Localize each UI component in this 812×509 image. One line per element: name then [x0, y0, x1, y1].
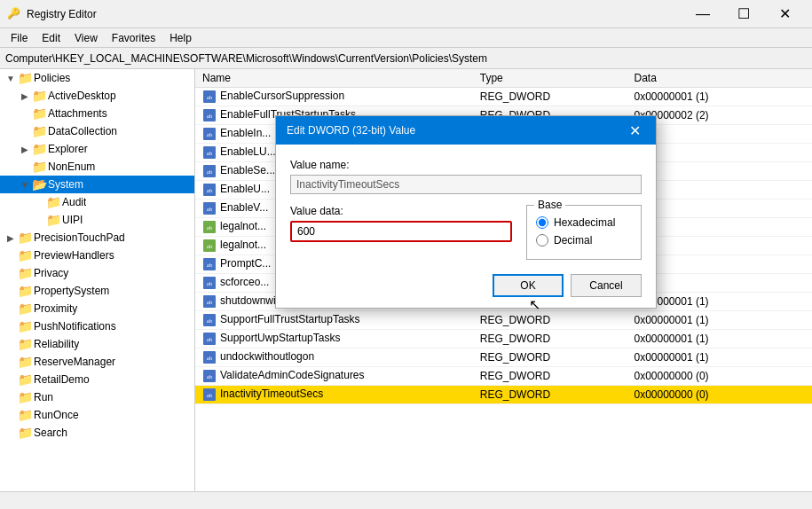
reg-type: REG_DWORD [473, 386, 627, 404]
folder-icon-reliability: 📁 [18, 337, 34, 351]
dword-icon: ab [202, 108, 217, 122]
decimal-label: Decimal [554, 234, 592, 247]
svg-text:ab: ab [207, 131, 213, 138]
dword-icon: ab [202, 294, 217, 309]
tree-item-activedesktop[interactable]: ▶ 📁 ActiveDesktop [0, 87, 194, 105]
menu-file[interactable]: File [4, 30, 35, 46]
dword-icon: ab [202, 90, 217, 104]
str-icon: ab [202, 220, 217, 234]
folder-icon-runonce: 📁 [18, 408, 34, 422]
folder-icon-pushnotifications: 📁 [18, 319, 34, 333]
reg-name: SupportUwpStartupTasks [220, 332, 340, 344]
tree-item-system[interactable]: ▼ 📂 System [0, 176, 194, 193]
svg-text:ab: ab [207, 299, 213, 306]
folder-icon-previewhandlers: 📁 [18, 248, 34, 262]
edit-dword-dialog[interactable]: Edit DWORD (32-bit) Value ✕ Value name: … [275, 115, 657, 309]
tree-item-runonce[interactable]: 📁 RunOnce [0, 406, 194, 424]
ok-button[interactable]: OK [493, 274, 564, 297]
menu-edit[interactable]: Edit [35, 30, 67, 46]
expand-explorer[interactable]: ▶ [18, 145, 32, 154]
folder-icon-run: 📁 [18, 390, 34, 404]
reg-name: EnableIn... [220, 127, 271, 139]
table-row[interactable]: abundockwithoutlogonREG_DWORD0x00000001 … [195, 348, 812, 367]
tree-label-proximity: Proximity [34, 302, 77, 315]
menu-help[interactable]: Help [162, 30, 199, 46]
value-data-input[interactable] [290, 221, 512, 242]
expand-system[interactable]: ▼ [18, 180, 32, 190]
tree-item-nonenum[interactable]: 📁 NonEnum [0, 158, 194, 176]
tree-label-explorer: Explorer [48, 143, 88, 155]
dword-icon: ab [202, 332, 217, 346]
tree-item-pushnotifications[interactable]: 📁 PushNotifications [0, 317, 194, 335]
expand-precisiontouchpad[interactable]: ▶ [4, 233, 18, 243]
minimize-button[interactable]: — [682, 0, 723, 28]
hexadecimal-radio[interactable] [536, 216, 548, 229]
col-data: Data [627, 69, 813, 88]
tree-label-attachments: Attachments [48, 107, 107, 120]
cancel-button[interactable]: Cancel [571, 274, 642, 297]
tree-item-reservemanager[interactable]: 📁 ReserveManager [0, 353, 194, 371]
table-row[interactable]: abSupportFullTrustStartupTasksREG_DWORD0… [195, 311, 812, 330]
folder-icon-policies: 📁 [18, 71, 34, 85]
reg-name: EnableSe... [220, 164, 275, 176]
hexadecimal-option[interactable]: Hexadecimal [536, 216, 632, 229]
table-row[interactable]: abValidateAdminCodeSignaturesREG_DWORD0x… [195, 367, 812, 386]
dword-icon: ab [202, 127, 217, 141]
tree-item-reliability[interactable]: 📁 Reliability [0, 335, 194, 353]
folder-icon-attachments: 📁 [32, 106, 48, 121]
tree-item-policies[interactable]: ▼ 📁 Policies [0, 69, 194, 87]
decimal-option[interactable]: Decimal [536, 234, 632, 247]
table-row[interactable]: abEnableCursorSuppressionREG_DWORD0x0000… [195, 88, 812, 106]
tree-label-previewhandlers: PreviewHandlers [34, 249, 114, 262]
folder-icon-uipi: 📁 [46, 213, 62, 227]
window-controls: — ☐ ✕ [682, 0, 805, 28]
tree-label-precisiontouchpad: PrecisionTouchPad [34, 231, 125, 244]
folder-icon-propertysystem: 📁 [18, 284, 34, 298]
tree-item-run[interactable]: 📁 Run [0, 388, 194, 406]
tree-item-search[interactable]: 📁 Search [0, 424, 194, 442]
expand-activedesktop[interactable]: ▶ [18, 91, 32, 101]
reg-name: EnableV... [220, 201, 268, 214]
col-type: Type [473, 69, 627, 88]
reg-name: EnableLU... [220, 145, 276, 158]
dword-icon: ab [202, 313, 217, 327]
svg-text:ab: ab [207, 168, 213, 176]
tree-item-audit[interactable]: 📁 Audit [0, 193, 194, 211]
dword-icon: ab [202, 145, 217, 160]
tree-item-uipi[interactable]: 📁 UIPI [0, 211, 194, 229]
table-row[interactable]: abInactivityTimeoutSecsREG_DWORD0x000000… [195, 386, 812, 404]
tree-item-propertysystem[interactable]: 📁 PropertySystem [0, 282, 194, 300]
reg-name: EnableCursorSuppression [220, 90, 344, 102]
tree-item-datacollection[interactable]: 📁 DataCollection [0, 122, 194, 140]
tree-item-previewhandlers[interactable]: 📁 PreviewHandlers [0, 247, 194, 264]
tree-item-retaildemo[interactable]: 📁 RetailDemo [0, 371, 194, 388]
reg-data: 0x00000001 (1) [627, 311, 813, 330]
reg-data: 0x00000000 (0) [627, 367, 813, 386]
tree-item-explorer[interactable]: ▶ 📁 Explorer [0, 140, 194, 158]
tree-item-precisiontouchpad[interactable]: ▶ 📁 PrecisionTouchPad [0, 229, 194, 247]
menu-view[interactable]: View [67, 30, 105, 46]
reg-type: REG_DWORD [473, 88, 627, 106]
tree-label-reservemanager: ReserveManager [34, 356, 115, 368]
folder-icon-system: 📂 [32, 177, 48, 192]
tree-item-privacy[interactable]: 📁 Privacy [0, 264, 194, 282]
dialog-close-button[interactable]: ✕ [624, 120, 645, 141]
close-button[interactable]: ✕ [764, 0, 805, 28]
tree-label-uipi: UIPI [62, 214, 83, 226]
expand-policies[interactable]: ▼ [4, 74, 18, 83]
table-row[interactable]: abSupportUwpStartupTasksREG_DWORD0x00000… [195, 330, 812, 348]
svg-text:ab: ab [207, 392, 213, 399]
tree-item-attachments[interactable]: 📁 Attachments [0, 105, 194, 122]
menu-favorites[interactable]: Favorites [105, 30, 162, 46]
dialog-body: Value name: Value data: Base Hexadecimal [276, 145, 656, 308]
menu-bar: File Edit View Favorites Help [0, 28, 812, 48]
value-name-input[interactable] [290, 175, 642, 194]
tree-item-proximity[interactable]: 📁 Proximity [0, 300, 194, 317]
str-icon: ab [202, 239, 217, 253]
folder-icon-proximity: 📁 [18, 301, 34, 316]
maximize-button[interactable]: ☐ [723, 0, 764, 28]
decimal-radio[interactable] [536, 234, 548, 247]
svg-text:ab: ab [207, 187, 213, 194]
svg-text:ab: ab [207, 224, 213, 231]
tree-label-retaildemo: RetailDemo [34, 373, 90, 386]
